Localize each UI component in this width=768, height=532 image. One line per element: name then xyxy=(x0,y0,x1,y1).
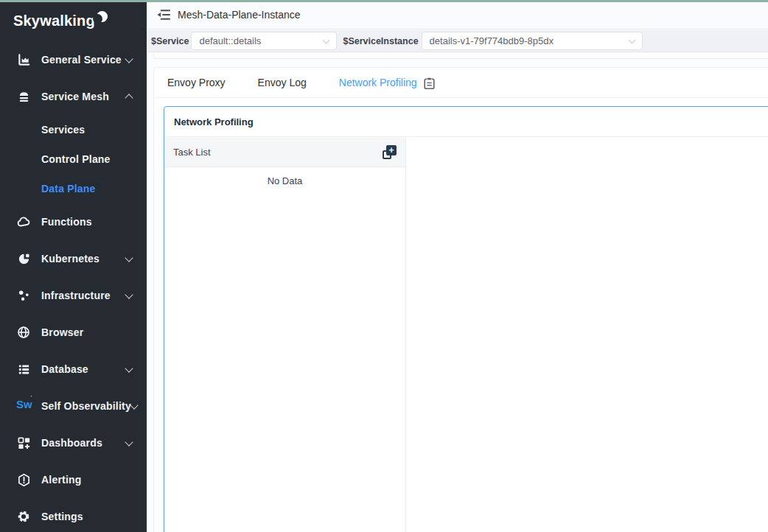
panel-header: Network Profiling xyxy=(164,107,768,137)
page-title: Mesh-Data-Plane-Instance xyxy=(178,9,301,21)
chevron-down-icon xyxy=(125,438,133,446)
sidebar-item-label: Alerting xyxy=(41,474,132,486)
layers-icon xyxy=(16,89,31,104)
chevron-down-icon xyxy=(125,364,133,372)
chevron-down-icon xyxy=(628,36,635,43)
cloud-icon xyxy=(16,214,31,229)
sidebar-item-data-plane[interactable]: Data Plane xyxy=(0,174,147,203)
sidebar-item-label: Self Observability xyxy=(41,400,131,412)
service-variable-label: $Service xyxy=(151,36,189,46)
task-detail-area xyxy=(406,138,768,532)
window-top-strip xyxy=(0,0,768,2)
sidebar-item-alerting[interactable]: Alerting xyxy=(0,461,147,498)
sidebar-item-infrastructure[interactable]: Infrastructure xyxy=(0,277,147,314)
sidebar-item-label: Dashboards xyxy=(41,437,126,449)
app-logo[interactable]: Skywalking xyxy=(0,0,147,41)
sidebar-item-label: Settings xyxy=(41,511,132,522)
menu-fold-icon[interactable] xyxy=(153,5,172,24)
task-list-header: Task List + xyxy=(164,138,405,167)
sidebar-item-label: General Service xyxy=(41,54,126,66)
sidebar-item-label: Services xyxy=(41,124,132,136)
logo-text: Skywalking xyxy=(13,13,95,29)
sidebar-item-label: Kubernetes xyxy=(41,253,126,265)
service-select[interactable]: default::details xyxy=(191,32,337,50)
sidebar-item-label: Control Plane xyxy=(41,153,132,165)
sidebar-item-functions[interactable]: Functions xyxy=(0,203,147,240)
crescent-moon-icon xyxy=(97,11,108,22)
sidebar-item-self-observability[interactable]: Sw Self Observability xyxy=(0,388,147,424)
sidebar-item-database[interactable]: Database xyxy=(0,351,147,388)
variables-toolbar: $Service default::details $ServiceInstan… xyxy=(147,30,768,52)
service-instance-variable-label: $ServiceInstance xyxy=(343,36,418,46)
service-instance-select[interactable]: details-v1-79f774bdb9-8p5dx xyxy=(422,32,643,50)
hexagon-alert-icon xyxy=(16,472,31,487)
chevron-down-icon xyxy=(125,55,133,63)
sidebar-nav: General Service Service Mesh Services Co… xyxy=(0,41,147,532)
chevron-up-icon xyxy=(125,94,133,102)
tab-envoy-proxy[interactable]: Envoy Proxy xyxy=(167,77,226,88)
add-task-icon[interactable]: + xyxy=(383,145,397,159)
grid-plus-icon xyxy=(16,435,31,450)
sidebar-item-browser[interactable]: Browser xyxy=(0,314,147,351)
sidebar-item-label: Service Mesh xyxy=(41,91,126,102)
tab-network-profiling[interactable]: Network Profiling xyxy=(339,77,417,88)
sidebar-item-label: Database xyxy=(41,363,126,375)
sidebar: Skywalking General Service Service Mesh … xyxy=(0,0,147,532)
sidebar-item-label: Functions xyxy=(41,216,132,228)
chevron-down-icon xyxy=(323,36,330,43)
pie-chart-icon xyxy=(16,251,31,266)
server-list-icon xyxy=(16,362,31,377)
scrolled-widget-bottom-edge xyxy=(153,53,768,59)
sidebar-item-services[interactable]: Services xyxy=(0,115,147,144)
no-data-message: No Data xyxy=(164,167,405,186)
gear-icon xyxy=(16,509,31,524)
sidebar-item-general-service[interactable]: General Service xyxy=(0,41,147,78)
sidebar-item-service-mesh[interactable]: Service Mesh xyxy=(0,78,147,115)
service-instance-select-value: details-v1-79f774bdb9-8p5dx xyxy=(430,35,554,46)
dashboard-content: Envoy Proxy Envoy Log Network Profiling … xyxy=(147,53,768,532)
globe-icon xyxy=(16,325,31,340)
chevron-down-icon xyxy=(125,290,133,298)
tab-envoy-log[interactable]: Envoy Log xyxy=(258,77,307,88)
tabs-widget: Envoy Proxy Envoy Log Network Profiling … xyxy=(153,67,768,532)
main-area: Mesh-Data-Plane-Instance $Service defaul… xyxy=(147,0,768,532)
tab-bar: Envoy Proxy Envoy Log Network Profiling xyxy=(154,68,768,98)
service-select-value: default::details xyxy=(199,35,261,46)
sidebar-item-label: Browser xyxy=(41,326,132,338)
skywalking-sw-icon: Sw xyxy=(16,399,31,413)
sidebar-item-label: Infrastructure xyxy=(41,290,126,301)
task-list-title: Task List xyxy=(173,147,211,158)
sidebar-item-kubernetes[interactable]: Kubernetes xyxy=(0,240,147,277)
panel-body: Task List + No Data xyxy=(164,138,768,532)
sidebar-item-settings[interactable]: Settings xyxy=(0,498,147,532)
dots-cluster-icon xyxy=(16,288,31,303)
network-profiling-panel: Network Profiling Task List + No Data xyxy=(164,106,768,532)
sidebar-item-label: Data Plane xyxy=(41,183,132,195)
sidebar-item-control-plane[interactable]: Control Plane xyxy=(0,144,147,174)
sidebar-item-dashboards[interactable]: Dashboards xyxy=(0,424,147,461)
area-chart-icon xyxy=(16,52,31,67)
panel-title: Network Profiling xyxy=(174,116,254,127)
clipboard-icon[interactable] xyxy=(424,77,435,90)
chevron-down-icon xyxy=(125,253,133,262)
page-header: Mesh-Data-Plane-Instance xyxy=(147,0,768,29)
task-list-column: Task List + No Data xyxy=(164,138,406,532)
